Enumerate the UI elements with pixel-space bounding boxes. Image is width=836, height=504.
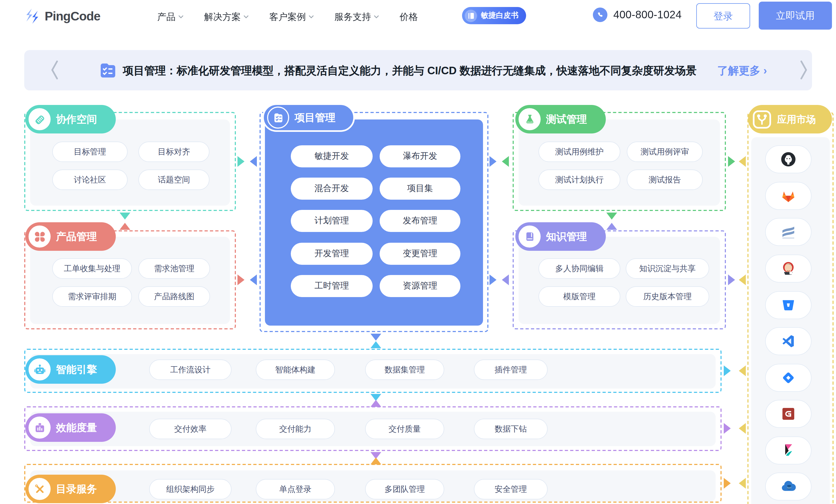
kibana-icon bbox=[780, 442, 796, 459]
app-tile bbox=[765, 182, 812, 210]
app-tile bbox=[765, 291, 812, 319]
app-tile bbox=[765, 364, 812, 392]
connector-arrow-right bbox=[724, 478, 731, 489]
connector-arrow-right bbox=[728, 274, 735, 285]
project-header: 项目管理 bbox=[262, 103, 355, 132]
connector-arrow-right bbox=[724, 365, 731, 376]
github-icon bbox=[780, 151, 796, 167]
connector-arrow-right bbox=[238, 274, 245, 285]
feature-chip: 发布管理 bbox=[380, 210, 460, 232]
connector-arrow-left bbox=[739, 423, 746, 434]
connector-arrow-right bbox=[238, 156, 245, 167]
gitlab-icon bbox=[780, 188, 796, 204]
feature-chip: 数据集管理 bbox=[365, 360, 444, 380]
connector-arrow-right bbox=[724, 423, 731, 434]
directory-header: 目录服务 bbox=[25, 475, 116, 503]
handshake-icon bbox=[28, 108, 51, 130]
nav-item-support[interactable]: 服务支持 bbox=[335, 11, 379, 23]
feature-chip: 需求评审排期 bbox=[52, 286, 132, 307]
pingcode-logo[interactable]: PingCode bbox=[24, 8, 100, 24]
phone-contact[interactable]: 400-800-1024 bbox=[593, 7, 682, 22]
connector-arrow-up bbox=[370, 400, 381, 407]
feature-chip: 讨论社区 bbox=[52, 170, 128, 190]
tools-icon bbox=[28, 478, 51, 500]
jenkins-icon bbox=[780, 260, 796, 277]
connector-arrow-right bbox=[728, 156, 735, 167]
feature-chip: 变更管理 bbox=[380, 243, 460, 265]
login-button[interactable]: 登录 bbox=[696, 3, 750, 28]
banner-title: 项目管理：标准化研发管理模型，搭配灵活自定义能力，并能与 CI/CD 数据进行无… bbox=[123, 63, 697, 78]
connector-arrow-up bbox=[370, 341, 381, 348]
connector-arrow-down bbox=[606, 213, 617, 219]
connector-arrow-down bbox=[119, 213, 130, 219]
feature-chip: 安全管理 bbox=[474, 479, 548, 500]
nav-item-cases[interactable]: 客户案例 bbox=[269, 11, 314, 23]
feature-chip: 交付质量 bbox=[365, 419, 444, 439]
metrics-header: 效能度量 bbox=[25, 413, 116, 442]
app-tile bbox=[765, 327, 812, 355]
learn-more-link[interactable]: 了解更多 › bbox=[717, 63, 767, 78]
chevron-down-icon bbox=[374, 15, 379, 18]
connector-arrow-right bbox=[490, 274, 496, 285]
feature-chip: 插件管理 bbox=[474, 360, 548, 380]
feature-chip: 敏捷开发 bbox=[291, 145, 373, 167]
feature-chip: 交付能力 bbox=[256, 419, 335, 439]
feature-chip: 项目集 bbox=[380, 178, 460, 200]
phone-icon bbox=[593, 7, 607, 22]
feature-chip: 多人协同编辑 bbox=[538, 258, 620, 279]
robot-icon bbox=[28, 358, 51, 381]
nav-item-pricing[interactable]: 价格 bbox=[400, 11, 418, 23]
flask-icon bbox=[518, 108, 540, 130]
connector-arrow-left bbox=[250, 156, 257, 167]
feature-chip: 需求池管理 bbox=[138, 258, 210, 279]
bitbucket-icon bbox=[780, 297, 796, 313]
feature-chip: 数据下钻 bbox=[474, 419, 548, 439]
pingcode-homepage: PingCode 产品 解决方案 客户案例 服务支持 价格 敏捷白皮书 400-… bbox=[0, 0, 836, 504]
vscode-icon bbox=[780, 333, 796, 349]
connector-arrow-left bbox=[739, 365, 746, 376]
feature-chip: 测试用例评审 bbox=[627, 141, 703, 162]
announcement-banner: 项目管理：标准化研发管理模型，搭配灵活自定义能力，并能与 CI/CD 数据进行无… bbox=[24, 50, 812, 91]
app-tile bbox=[765, 472, 812, 501]
app-tile bbox=[765, 218, 812, 246]
nav-item-solutions[interactable]: 解决方案 bbox=[204, 11, 249, 23]
connector-arrow-left bbox=[502, 274, 509, 285]
top-nav: PingCode 产品 解决方案 客户案例 服务支持 价格 敏捷白皮书 400-… bbox=[0, 0, 836, 33]
clipboard-check-icon bbox=[267, 106, 289, 129]
feature-chip: 产品路线图 bbox=[138, 286, 210, 307]
feature-chip: 工时管理 bbox=[291, 275, 373, 297]
connector-arrow-left bbox=[502, 156, 509, 167]
chevron-down-icon bbox=[178, 15, 184, 18]
feature-chip: 测试计划执行 bbox=[538, 170, 620, 190]
connector-arrow-up bbox=[370, 458, 381, 464]
connector-arrow-right bbox=[490, 156, 496, 167]
banner-prev-arrow[interactable] bbox=[50, 60, 59, 80]
connector-arrow-up bbox=[119, 223, 130, 230]
feature-chip: 话题空间 bbox=[138, 170, 209, 190]
app-tile bbox=[765, 400, 812, 428]
jira-icon bbox=[780, 370, 796, 386]
book-icon bbox=[465, 9, 477, 22]
feature-chip: 智能体构建 bbox=[256, 360, 335, 380]
feature-chip: 测试用例维护 bbox=[538, 141, 620, 162]
logo-text: PingCode bbox=[45, 9, 100, 23]
whitepaper-badge[interactable]: 敏捷白皮书 bbox=[462, 7, 526, 24]
feature-chip: 组织架构同步 bbox=[149, 479, 231, 500]
banner-next-arrow[interactable] bbox=[800, 60, 808, 80]
knowledge-header: 知识管理 bbox=[515, 222, 606, 251]
phone-number: 400-800-1024 bbox=[613, 8, 682, 21]
nav-item-products[interactable]: 产品 bbox=[157, 11, 184, 23]
four-petal-icon bbox=[28, 226, 51, 248]
feature-chip: 工单收集与处理 bbox=[52, 258, 132, 279]
app-market-header: 应用市场 bbox=[748, 105, 832, 134]
connector-arrow-up bbox=[606, 223, 617, 230]
feature-chip: 单点登录 bbox=[256, 479, 335, 500]
subversion-icon bbox=[780, 224, 796, 240]
branch-icon bbox=[751, 109, 773, 130]
gitee-icon bbox=[780, 406, 796, 422]
feature-chip: 目标管理 bbox=[52, 141, 128, 162]
feature-chip: 多团队管理 bbox=[365, 479, 444, 500]
try-now-button[interactable]: 立即试用 bbox=[759, 2, 832, 30]
chevron-down-icon bbox=[308, 15, 314, 18]
feature-chip: 知识沉淀与共享 bbox=[626, 258, 709, 279]
